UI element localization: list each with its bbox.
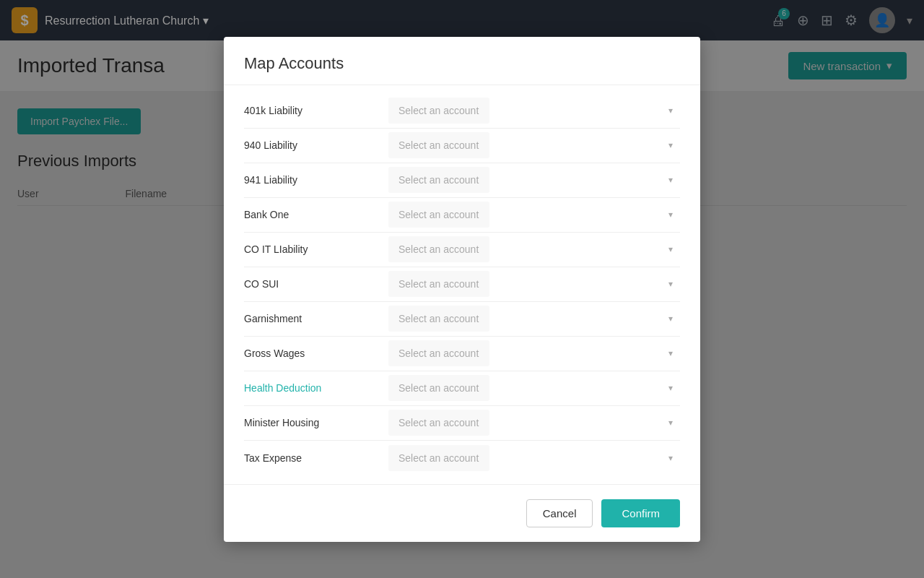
modal-body: 401k LiabilitySelect an account▾940 Liab…	[224, 85, 700, 484]
account-select[interactable]: Select an account	[388, 306, 489, 332]
account-select[interactable]: Select an account	[388, 236, 489, 262]
map-accounts-modal: Map Accounts 401k LiabilitySelect an acc…	[224, 37, 700, 542]
account-row: Minister HousingSelect an account▾	[244, 406, 680, 441]
select-arrow-icon: ▾	[668, 244, 673, 254]
confirm-button[interactable]: Confirm	[601, 499, 680, 527]
select-arrow-icon: ▾	[668, 348, 673, 358]
account-select[interactable]: Select an account	[388, 167, 489, 193]
account-label: Health Deduction	[244, 382, 388, 394]
modal-footer: Cancel Confirm	[224, 484, 700, 542]
account-row: Health DeductionSelect an account▾	[244, 371, 680, 406]
account-select[interactable]: Select an account	[388, 410, 489, 436]
account-label: 401k Liability	[244, 105, 388, 116]
select-arrow-icon: ▾	[668, 279, 673, 289]
account-select[interactable]: Select an account	[388, 98, 489, 124]
account-select[interactable]: Select an account	[388, 445, 489, 471]
account-label: Garnishment	[244, 313, 388, 324]
account-select[interactable]: Select an account	[388, 271, 489, 297]
account-select[interactable]: Select an account	[388, 202, 489, 228]
select-arrow-icon: ▾	[668, 140, 673, 150]
account-label: Gross Wages	[244, 348, 388, 359]
account-row: 940 LiabilitySelect an account▾	[244, 129, 680, 163]
account-row: Gross WagesSelect an account▾	[244, 337, 680, 371]
account-row: 401k LiabilitySelect an account▾	[244, 94, 680, 129]
account-select[interactable]: Select an account	[388, 132, 489, 158]
modal-header: Map Accounts	[224, 37, 700, 85]
account-label: Bank One	[244, 209, 388, 220]
modal-overlay: Map Accounts 401k LiabilitySelect an acc…	[0, 0, 924, 578]
modal-title: Map Accounts	[244, 54, 680, 73]
account-row: Tax ExpenseSelect an account▾	[244, 441, 680, 475]
account-row: 941 LiabilitySelect an account▾	[244, 163, 680, 198]
account-row: CO IT LIabilitySelect an account▾	[244, 233, 680, 267]
account-row: Bank OneSelect an account▾	[244, 198, 680, 233]
account-row: GarnishmentSelect an account▾	[244, 302, 680, 337]
account-select[interactable]: Select an account	[388, 375, 489, 401]
select-arrow-icon: ▾	[668, 210, 673, 220]
account-select[interactable]: Select an account	[388, 340, 489, 366]
select-arrow-icon: ▾	[668, 314, 673, 324]
account-label: CO IT LIability	[244, 243, 388, 255]
select-arrow-icon: ▾	[668, 418, 673, 428]
account-label: Minister Housing	[244, 417, 388, 428]
account-label: Tax Expense	[244, 452, 388, 464]
account-label: CO SUI	[244, 278, 388, 290]
select-arrow-icon: ▾	[668, 453, 673, 463]
account-label: 940 Liability	[244, 139, 388, 151]
account-label: 941 Liability	[244, 174, 388, 186]
select-arrow-icon: ▾	[668, 383, 673, 393]
cancel-button[interactable]: Cancel	[526, 499, 593, 527]
select-arrow-icon: ▾	[668, 105, 673, 116]
select-arrow-icon: ▾	[668, 175, 673, 185]
account-row: CO SUISelect an account▾	[244, 267, 680, 302]
